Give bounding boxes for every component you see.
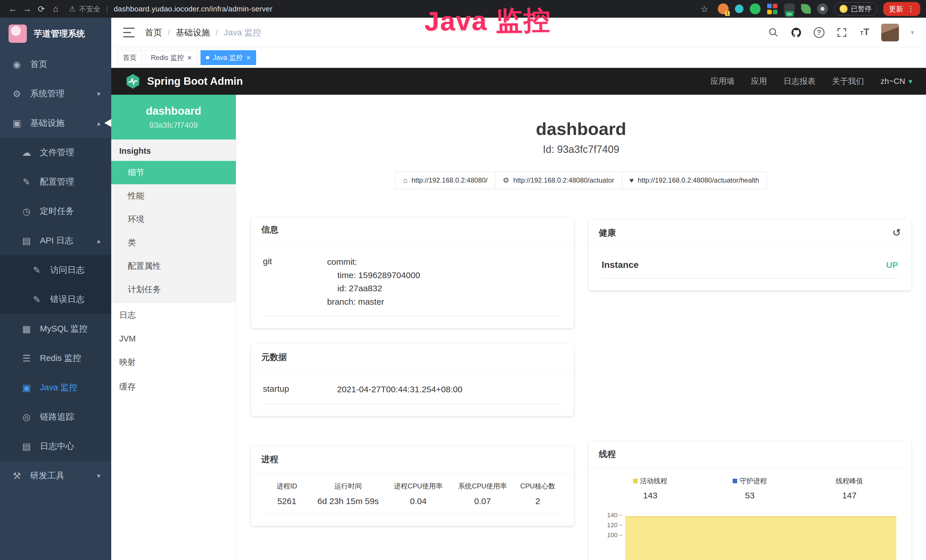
- sba-item-logs[interactable]: 日志: [111, 303, 236, 327]
- extension-dark-icon[interactable]: [817, 3, 828, 14]
- avatar-caret-icon[interactable]: ▾: [911, 29, 914, 36]
- sidebar-item-access-log[interactable]: ✎ 访问日志: [0, 255, 111, 285]
- history-icon[interactable]: ↺: [892, 227, 901, 239]
- health-instance-row[interactable]: Instance UP: [601, 255, 899, 278]
- sba-nav-about[interactable]: 关于我们: [832, 76, 864, 87]
- extension-drop-icon[interactable]: [735, 5, 743, 13]
- sidebar-item-java[interactable]: ▣ Java 监控: [0, 373, 111, 402]
- sba-item-config-props[interactable]: 配置属性: [111, 254, 236, 278]
- sidebar-item-trace[interactable]: ◎ 链路追踪: [0, 402, 111, 431]
- tab-label: 首页: [123, 53, 136, 62]
- forward-icon[interactable]: →: [20, 2, 34, 16]
- address-bar[interactable]: ⚠ 不安全 | dashboard.yudao.iocoder.cn/infra…: [69, 4, 272, 14]
- sba-item-classes[interactable]: 类: [111, 231, 236, 254]
- extension-switch-icon[interactable]: on: [784, 3, 795, 14]
- git-branch-line: branch: master: [327, 295, 420, 309]
- back-icon[interactable]: ←: [6, 2, 20, 16]
- heartbeat-icon: ♥: [629, 176, 634, 185]
- sidebar-item-system[interactable]: ⚙ 系统管理 ▾: [0, 79, 111, 108]
- app-title: 芋道管理系统: [34, 28, 85, 40]
- sba-item-environment[interactable]: 环境: [111, 208, 236, 231]
- sba-nav-wallboard[interactable]: 应用墙: [711, 76, 735, 87]
- sidebar-item-dev-tools[interactable]: ⚒ 研发工具 ▾: [0, 461, 111, 490]
- sba-item-metrics[interactable]: 性能: [111, 184, 236, 208]
- sidebar-item-files[interactable]: ☁ 文件管理: [0, 138, 111, 167]
- sidebar-item-jobs[interactable]: ◷ 定时任务: [0, 197, 111, 226]
- sba-nav-applications[interactable]: 应用: [751, 76, 767, 87]
- sba-instance-header[interactable]: dashboard 93a3fc7f7409: [111, 95, 236, 139]
- card-body: Instance UP: [589, 247, 911, 291]
- legend-value: 147: [800, 491, 899, 500]
- y-tick: 100: [607, 530, 622, 540]
- close-icon[interactable]: ×: [247, 54, 251, 61]
- sba-nav-journal[interactable]: 日志报表: [784, 76, 816, 87]
- sba-logo-icon: [125, 73, 141, 89]
- sidebar-item-config[interactable]: ✎ 配置管理: [0, 167, 111, 197]
- cell-process-cpu: 0.04: [385, 496, 451, 506]
- tools-icon: ⚒: [11, 471, 23, 481]
- tab-redis-monitor[interactable]: Redis 监控 ×: [145, 50, 197, 65]
- update-button[interactable]: 更新 ⋮: [883, 2, 920, 16]
- sba-section-title: Insights: [111, 139, 236, 161]
- chevron-down-icon: ▾: [909, 77, 912, 86]
- link-service-url[interactable]: ⌂ http://192.168.0.2:48080/: [395, 171, 495, 189]
- sidebar-item-mysql[interactable]: ▦ MySQL 监控: [0, 314, 111, 344]
- cell-system-cpu: 0.07: [451, 496, 514, 506]
- gear-icon: ⚙: [11, 88, 23, 99]
- live-threads-area: [625, 516, 897, 560]
- close-icon[interactable]: ×: [188, 54, 192, 61]
- sidebar-item-home[interactable]: ◉ 首页: [0, 50, 111, 79]
- sidebar-item-label: MySQL 监控: [40, 323, 88, 334]
- extension-grid-icon[interactable]: [767, 3, 778, 14]
- sba-item-caches[interactable]: 缓存: [111, 375, 236, 399]
- home-icon: ⌂: [403, 176, 407, 185]
- sba-locale-select[interactable]: zh~CN ▾: [881, 77, 912, 86]
- sidebar-item-redis[interactable]: ☰ Redis 监控: [0, 344, 111, 373]
- sidebar-item-log-center[interactable]: ▤ 日志中心: [0, 431, 111, 461]
- search-icon[interactable]: [767, 26, 780, 39]
- extension-leaf-icon[interactable]: [801, 4, 811, 14]
- card-title: 元数据: [261, 351, 287, 363]
- breadcrumb-infra[interactable]: 基础设施: [176, 27, 210, 38]
- sba-item-details[interactable]: 细节: [111, 161, 236, 184]
- app-logo: [9, 24, 27, 43]
- tab-java-monitor[interactable]: Java 监控 ×: [200, 50, 256, 65]
- sba-insights-section: Insights 细节 性能 环境 类 配置属性 计划任务: [111, 139, 236, 303]
- bookmark-star-icon[interactable]: ☆: [697, 2, 711, 16]
- sba-item-mappings[interactable]: 映射: [111, 350, 236, 375]
- extension-green-icon[interactable]: [750, 3, 761, 14]
- threads-chart: 140 120 100: [601, 510, 899, 560]
- legend-live-threads: 活动线程 143: [601, 477, 700, 500]
- hamburger-icon[interactable]: [123, 28, 135, 37]
- sba-item-jvm[interactable]: JVM: [111, 327, 236, 350]
- tab-home[interactable]: 首页: [118, 50, 142, 65]
- avatar[interactable]: [881, 24, 899, 41]
- edit-icon: ✎: [31, 265, 43, 275]
- help-icon[interactable]: ?: [813, 26, 825, 39]
- paused-chip[interactable]: 已暂停: [834, 2, 877, 15]
- sba-item-scheduled-tasks[interactable]: 计划任务: [111, 278, 236, 301]
- sidebar-item-api-log[interactable]: ▤ API 日志 ▴: [0, 226, 111, 255]
- instance-links: ⌂ http://192.168.0.2:48080/ ⚙ http://192…: [236, 171, 926, 189]
- fullscreen-icon[interactable]: [835, 26, 848, 39]
- kebab-menu-icon[interactable]: ⋮: [907, 5, 915, 14]
- link-label: http://192.168.0.2:48080/: [412, 176, 488, 184]
- tab-label: Redis 监控: [151, 53, 184, 62]
- link-actuator-url[interactable]: ⚙ http://192.168.0.2:48080/actuator: [495, 171, 622, 189]
- sidebar-item-label: 访问日志: [50, 264, 85, 276]
- breadcrumb-home[interactable]: 首页: [145, 27, 162, 38]
- font-size-icon[interactable]: TT: [858, 26, 871, 39]
- browser-home-icon[interactable]: ⌂: [48, 2, 63, 16]
- sidebar-item-error-log[interactable]: ✎ 错误日志: [0, 285, 111, 314]
- sba-brand[interactable]: Spring Boot Admin: [125, 73, 243, 89]
- sidebar-item-infra[interactable]: ▣ 基础设施 ▴: [0, 108, 111, 138]
- link-health-url[interactable]: ♥ http://192.168.0.2:48080/actuator/heal…: [622, 171, 767, 189]
- sba-navbar: Spring Boot Admin 应用墙 应用 日志报表 关于我们 zh~CN…: [111, 68, 926, 95]
- metadata-row-value: 2021-04-27T00:44:31.254+08:00: [337, 383, 463, 396]
- extension-fox-icon[interactable]: 1: [718, 3, 729, 14]
- monitor-icon: ▣: [11, 118, 23, 129]
- reload-icon[interactable]: ⟳: [34, 2, 48, 16]
- github-icon[interactable]: [790, 26, 802, 39]
- cell-pid: 5261: [263, 496, 311, 506]
- tags-view: 首页 Redis 监控 × Java 监控 ×: [111, 47, 926, 68]
